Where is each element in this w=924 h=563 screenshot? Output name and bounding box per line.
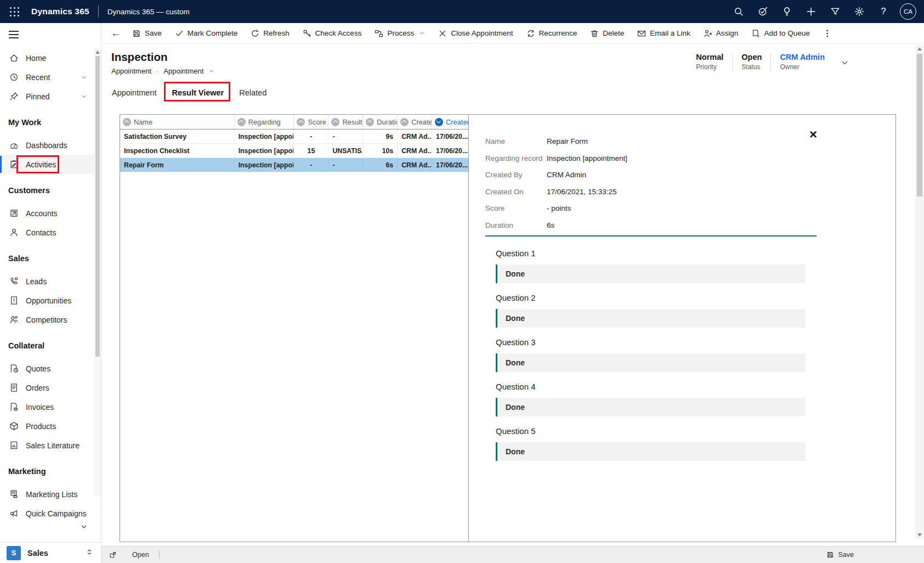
settings-gear-icon[interactable]	[847, 0, 871, 23]
user-avatar[interactable]: CA	[900, 3, 916, 20]
area-label: Sales	[27, 549, 48, 558]
add-to-queue-icon	[751, 29, 760, 38]
accounts-icon	[9, 209, 19, 218]
add-to-queue-button[interactable]: Add to Queue	[745, 23, 816, 44]
dashboard-icon	[9, 140, 19, 150]
sidebar-item-activities[interactable]: Activities	[0, 155, 94, 174]
save-button[interactable]: Save	[126, 23, 168, 44]
sidebar-item-orders[interactable]: Orders	[0, 378, 94, 397]
scroll-down-arrow-icon[interactable]	[917, 533, 922, 537]
main-scrollbar[interactable]	[915, 45, 924, 539]
header-collapse-chevron-icon[interactable]	[840, 58, 849, 70]
question-label: Question 5	[496, 426, 806, 436]
sidebar-item-leads[interactable]: Leads	[0, 272, 94, 291]
email-link-button[interactable]: Email a Link	[631, 23, 697, 44]
scroll-up-arrow-icon[interactable]	[95, 50, 100, 54]
waffle-menu-icon[interactable]	[10, 7, 19, 16]
marketing-list-icon	[9, 489, 19, 499]
status-field: Open Status	[732, 53, 770, 71]
sidebar-item-pinned[interactable]: Pinned	[0, 87, 94, 106]
question-item: Question 3Done	[496, 337, 806, 372]
app-context[interactable]: Dynamics 365 — custom	[107, 8, 190, 16]
column-header-created-on[interactable]: Created On	[432, 115, 468, 129]
column-header-name[interactable]: Name	[120, 115, 235, 129]
tab-result-viewer[interactable]: Result Viewer	[171, 83, 224, 102]
sidebar-item-accounts[interactable]: Accounts	[0, 204, 94, 223]
app-brand[interactable]: Dynamics 365	[31, 7, 89, 16]
sidebar-section-sales: Sales	[0, 254, 94, 272]
refresh-button[interactable]: Refresh	[244, 23, 296, 44]
sidebar-scrollbar[interactable]	[94, 48, 101, 497]
process-button[interactable]: Process	[368, 23, 432, 44]
area-badge: S	[7, 546, 21, 560]
sidebar-section-marketing: Marketing	[0, 467, 94, 485]
sidebar-item-quick-campaigns[interactable]: Quick Campaigns	[0, 504, 94, 523]
more-commands-button[interactable]: ⋮	[817, 28, 838, 38]
scroll-up-arrow-icon[interactable]	[917, 47, 922, 50]
quotes-icon	[9, 364, 19, 373]
tab-related[interactable]: Related	[239, 83, 267, 102]
scrollbar-thumb[interactable]	[917, 54, 922, 196]
area-switcher[interactable]: S Sales	[0, 542, 101, 563]
owner-value[interactable]: CRM Admin	[780, 53, 825, 61]
sidebar-item-products[interactable]: Products	[0, 416, 94, 436]
site-map-sidebar: Home Recent Pinned My Work Dashboards Ac…	[0, 23, 101, 563]
check-access-button[interactable]: Check Access	[296, 23, 369, 44]
chevron-down-icon[interactable]	[81, 93, 87, 100]
mark-complete-button[interactable]: Mark Complete	[168, 23, 245, 44]
priority-field: Normal Priority	[687, 53, 732, 71]
column-header-created-by[interactable]: Created By	[398, 115, 432, 129]
insights-icon[interactable]	[751, 0, 775, 23]
sidebar-scroll-more-icon[interactable]	[80, 523, 88, 533]
column-header-score[interactable]: Score	[294, 115, 328, 129]
add-icon[interactable]	[799, 0, 823, 23]
hamburger-menu-icon[interactable]	[9, 31, 19, 38]
search-icon[interactable]	[727, 0, 751, 23]
save-icon	[826, 551, 834, 559]
column-header-regarding[interactable]: Regarding	[235, 115, 294, 129]
statusbar-save-button[interactable]: Save	[826, 551, 854, 559]
area-switcher-toggle-icon[interactable]	[86, 548, 93, 558]
table-row[interactable]: Satisfaction Survey Inspection [appoi...…	[120, 130, 468, 144]
cell-created-by: CRM Ad...	[398, 144, 432, 157]
owner-label: Owner	[780, 63, 825, 71]
grid-header-row: Name Regarding Score Result Duration Cre…	[120, 115, 468, 130]
sidebar-item-marketing-lists[interactable]: Marketing Lists	[0, 485, 94, 504]
sidebar-item-recent[interactable]: Recent	[0, 67, 94, 87]
assign-button[interactable]: Assign	[697, 23, 745, 44]
table-row-selected[interactable]: Repair Form Inspection [appoi... - - 6s …	[120, 158, 468, 172]
delete-button[interactable]: Delete	[583, 23, 631, 44]
sidebar-item-sales-literature[interactable]: Sales Literature	[0, 436, 94, 455]
filter-icon[interactable]	[823, 0, 847, 23]
question-answer: Done	[496, 442, 806, 461]
sort-ascending-icon	[366, 118, 374, 126]
tab-appointment[interactable]: Appointment	[111, 83, 157, 102]
sort-descending-icon	[435, 118, 443, 126]
column-header-result[interactable]: Result	[328, 115, 363, 129]
priority-value: Normal	[696, 53, 723, 61]
statusbar-separator	[159, 551, 160, 559]
sidebar-item-opportunities[interactable]: Opportunities	[0, 291, 94, 310]
competitors-icon	[9, 315, 19, 324]
topbar-divider	[98, 5, 99, 18]
back-button[interactable]: ←	[106, 23, 126, 44]
recurrence-button[interactable]: Recurrence	[520, 23, 584, 44]
form-selector[interactable]: Appointment	[163, 67, 203, 75]
scrollbar-thumb[interactable]	[95, 56, 100, 357]
sidebar-item-contacts[interactable]: Contacts	[0, 223, 94, 242]
sidebar-item-home[interactable]: Home	[0, 48, 94, 67]
sidebar-item-competitors[interactable]: Competitors	[0, 310, 94, 329]
close-appointment-button[interactable]: Close Appointment	[432, 23, 519, 44]
chevron-down-icon[interactable]	[81, 74, 87, 81]
help-icon[interactable]: ?	[871, 0, 895, 23]
table-row[interactable]: Inspection Checklist Inspection [appoi..…	[120, 144, 468, 158]
lightbulb-icon[interactable]	[775, 0, 799, 23]
column-header-duration[interactable]: Duration	[363, 115, 398, 129]
expand-icon[interactable]	[109, 551, 117, 559]
sidebar-item-dashboards[interactable]: Dashboards	[0, 136, 94, 155]
pin-icon	[9, 92, 19, 101]
cell-created-by: CRM Ad...	[398, 130, 432, 143]
sidebar-item-quotes[interactable]: Quotes	[0, 359, 94, 378]
sidebar-item-invoices[interactable]: Invoices	[0, 397, 94, 416]
chevron-down-icon[interactable]	[208, 68, 214, 74]
